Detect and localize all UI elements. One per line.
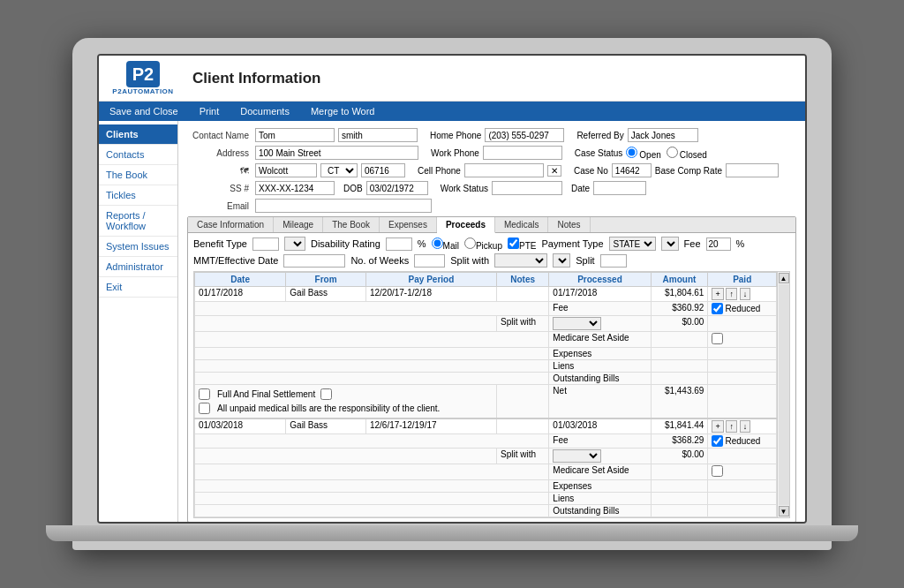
email-field[interactable] xyxy=(255,199,432,213)
tab-proceeds[interactable]: Proceeds xyxy=(437,217,495,233)
email-row: Email xyxy=(187,199,796,213)
row1-processed: 01/17/2018 xyxy=(549,287,651,302)
zip-field[interactable] xyxy=(361,163,405,177)
referred-by-field[interactable] xyxy=(628,128,698,142)
row2-medicare-row: Medicare Set Aside xyxy=(195,464,777,480)
city-field[interactable] xyxy=(255,163,317,177)
base-comp-field[interactable] xyxy=(726,163,779,177)
scroll-down-btn[interactable]: ▼ xyxy=(779,506,789,516)
pickup-radio[interactable] xyxy=(464,237,476,249)
row1-unpaid-check[interactable] xyxy=(199,403,210,414)
pte-checkbox[interactable] xyxy=(508,237,519,249)
sidebar-item-thebook[interactable]: The Book xyxy=(99,165,177,185)
row2-split-val: $0.00 xyxy=(651,449,708,464)
work-status-field[interactable] xyxy=(492,181,562,195)
row2-fee-row: Fee $368.29 Reduced xyxy=(195,434,777,449)
address-label: Address xyxy=(187,148,249,158)
date-field[interactable] xyxy=(593,181,646,195)
merge-word-button[interactable]: Merge to Word xyxy=(307,104,379,118)
row1-split-label: Split with xyxy=(496,316,548,332)
benefit-type-field[interactable] xyxy=(252,237,279,251)
email-label: Email xyxy=(187,201,249,211)
laptop-base xyxy=(46,525,858,541)
case-status-open-radio[interactable] xyxy=(626,147,637,158)
contact-name-row: Contact Name Home Phone Referred By xyxy=(187,128,796,142)
sidebar-item-exit[interactable]: Exit xyxy=(99,277,177,298)
mmt-label: MMT/Effective Date xyxy=(193,255,278,266)
weeks-label: No. of Weeks xyxy=(350,255,409,266)
last-name-field[interactable] xyxy=(338,128,418,142)
row2-net-val: $1,473.15 xyxy=(651,517,708,518)
cell-phone-field[interactable] xyxy=(464,163,544,177)
row1-add-btn[interactable]: + xyxy=(712,288,723,300)
row2-add-btn[interactable]: + xyxy=(712,420,723,433)
sidebar-item-admin[interactable]: Administrator xyxy=(99,257,177,277)
mmt-field[interactable] xyxy=(283,254,345,268)
work-phone-field[interactable] xyxy=(483,146,562,160)
payment-type-label: Payment Type xyxy=(541,238,603,249)
split-pct-label: Split xyxy=(576,255,594,266)
address-field[interactable] xyxy=(255,146,418,160)
row1-settlement-row: Full And Final Settlement All unpaid med… xyxy=(195,385,777,419)
referred-by-label: Referred By xyxy=(576,131,623,140)
disability-field[interactable] xyxy=(386,237,412,251)
row2-split-row: Split with $0.00 xyxy=(195,449,777,464)
sidebar-item-clients[interactable]: Clients xyxy=(99,124,177,145)
row2-up-btn[interactable]: ↑ xyxy=(726,420,737,433)
row1-split-select[interactable] xyxy=(553,317,601,330)
clear-cell-icon[interactable]: ✕ xyxy=(547,165,561,177)
row2-medicare-check[interactable] xyxy=(712,465,723,477)
split-pct-field[interactable] xyxy=(600,254,627,268)
row1-settlement-check[interactable] xyxy=(199,388,210,400)
row2-split-select[interactable] xyxy=(553,449,601,463)
first-name-field[interactable] xyxy=(255,128,335,142)
split-select[interactable] xyxy=(494,253,547,268)
tab-mileage[interactable]: Mileage xyxy=(274,217,323,232)
tab-notes[interactable]: Notes xyxy=(548,217,590,232)
row1-reduced-check[interactable] xyxy=(712,303,723,314)
payment-type-arrow[interactable]: ▼ xyxy=(661,237,679,251)
contact-name-label: Contact Name xyxy=(187,131,249,140)
tab-the-book[interactable]: The Book xyxy=(323,217,380,232)
row1-settlement-check2[interactable] xyxy=(320,388,332,400)
dob-field[interactable] xyxy=(366,181,428,195)
scroll-up-btn[interactable]: ▲ xyxy=(779,273,789,283)
fee-field[interactable] xyxy=(706,237,731,251)
proceeds-controls-row1: Benefit Type ▼ Disability Rating % Mail … xyxy=(193,237,790,251)
row2-reduced-check[interactable] xyxy=(712,435,723,447)
row1-down-btn[interactable]: ↓ xyxy=(740,288,751,300)
benefit-type-select[interactable]: ▼ xyxy=(284,237,305,251)
cell-phone-label: Cell Phone xyxy=(418,166,461,176)
row1-outstanding-label: Outstanding Bills xyxy=(549,373,651,385)
tab-expenses[interactable]: Expenses xyxy=(380,217,437,232)
disability-label: Disability Rating xyxy=(311,238,380,249)
home-phone-field[interactable] xyxy=(485,128,564,142)
case-no-field[interactable] xyxy=(612,163,652,177)
row1-up-btn[interactable]: ↑ xyxy=(726,288,737,300)
tab-case-information[interactable]: Case Information xyxy=(188,217,274,232)
save-close-button[interactable]: Save and Close xyxy=(106,104,182,118)
mail-radio[interactable] xyxy=(432,237,443,249)
address-row: Address Work Phone Case Status Open Clos… xyxy=(187,146,796,160)
case-no-label: Case No xyxy=(574,166,608,176)
payment-type-select[interactable]: STATE xyxy=(609,237,656,251)
sidebar-item-contacts[interactable]: Contacts xyxy=(99,145,177,165)
city-row: 🗺 CT Cell Phone ✕ Case No Base Comp Rate xyxy=(187,163,796,177)
split-pct-select[interactable]: ▼ xyxy=(553,253,570,268)
documents-button[interactable]: Documents xyxy=(237,104,293,118)
proceeds-table-scroll[interactable]: Date From Pay Period Notes Processed Amo… xyxy=(194,272,777,517)
tab-medicals[interactable]: Medicals xyxy=(495,217,548,232)
sidebar-item-system[interactable]: System Issues xyxy=(99,237,177,257)
case-status-closed-radio[interactable] xyxy=(667,147,678,158)
row1-medicare-check[interactable] xyxy=(712,333,723,344)
sidebar-item-tickles[interactable]: Tickles xyxy=(99,185,177,206)
row2-split-label: Split with xyxy=(496,449,548,464)
ss-field[interactable] xyxy=(255,181,335,195)
scrollbar[interactable]: ▲ ▼ xyxy=(777,272,789,517)
weeks-field[interactable] xyxy=(414,254,445,268)
home-phone-label: Home Phone xyxy=(430,131,481,140)
row2-down-btn[interactable]: ↓ xyxy=(740,420,751,433)
state-select[interactable]: CT xyxy=(320,163,358,177)
sidebar-item-reports[interactable]: Reports / Workflow xyxy=(99,206,177,237)
print-button[interactable]: Print xyxy=(196,104,223,118)
